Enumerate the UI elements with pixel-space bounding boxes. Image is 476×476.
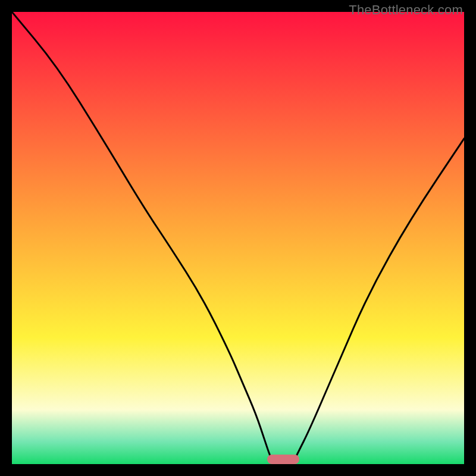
- optimal-marker: [267, 455, 299, 464]
- bottleneck-curve: [12, 12, 464, 464]
- plot-area: [12, 12, 464, 464]
- watermark-text: TheBottleneck.com: [349, 2, 463, 18]
- chart-frame: TheBottleneck.com: [0, 0, 476, 476]
